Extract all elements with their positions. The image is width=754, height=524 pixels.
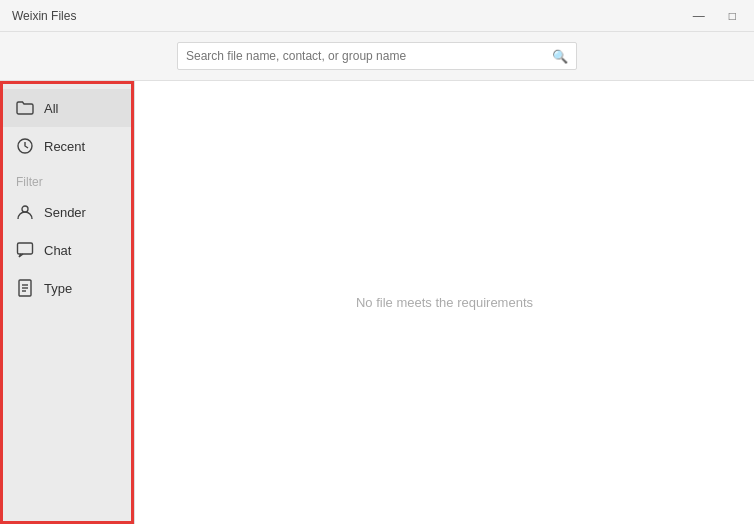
minimize-button[interactable]: — <box>687 8 711 24</box>
sidebar-item-all[interactable]: All <box>0 89 134 127</box>
sidebar-all-label: All <box>44 101 58 116</box>
sidebar-item-recent[interactable]: Recent <box>0 127 134 165</box>
sidebar-item-sender[interactable]: Sender <box>0 193 134 231</box>
svg-rect-2 <box>18 243 33 254</box>
main-content: All Recent Filter Sender <box>0 81 754 524</box>
maximize-button[interactable]: □ <box>723 8 742 24</box>
empty-message: No file meets the requirements <box>356 295 533 310</box>
window-controls: — □ <box>687 8 742 24</box>
sidebar-recent-label: Recent <box>44 139 85 154</box>
filter-label: Filter <box>0 165 134 193</box>
sidebar-chat-label: Chat <box>44 243 71 258</box>
folder-icon <box>16 99 34 117</box>
search-wrapper: 🔍 <box>177 42 577 70</box>
app-title: Weixin Files <box>12 9 76 23</box>
content-area: No file meets the requirements <box>135 81 754 524</box>
document-icon <box>16 279 34 297</box>
search-icon: 🔍 <box>552 49 568 64</box>
person-icon <box>16 203 34 221</box>
sidebar-item-chat[interactable]: Chat <box>0 231 134 269</box>
search-input[interactable] <box>186 49 552 63</box>
sidebar-item-type[interactable]: Type <box>0 269 134 307</box>
title-bar: Weixin Files — □ <box>0 0 754 32</box>
clock-icon <box>16 137 34 155</box>
sidebar: All Recent Filter Sender <box>0 81 135 524</box>
sidebar-type-label: Type <box>44 281 72 296</box>
chat-icon <box>16 241 34 259</box>
sidebar-sender-label: Sender <box>44 205 86 220</box>
search-bar: 🔍 <box>0 32 754 81</box>
svg-point-1 <box>22 206 28 212</box>
